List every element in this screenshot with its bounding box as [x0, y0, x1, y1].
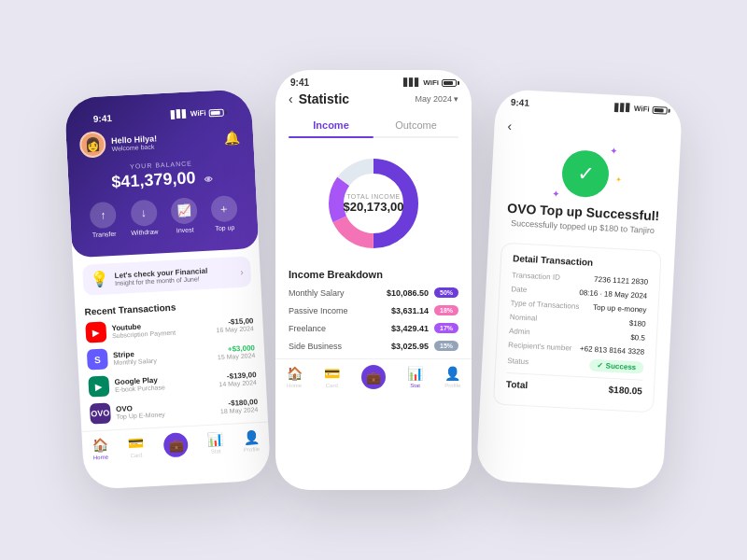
home-icon: 🏠: [92, 438, 108, 454]
chevron-down-icon: ▾: [454, 94, 458, 104]
googleplay-icon: ▶: [88, 375, 109, 397]
tx-info: Stripe Monthly Salary: [113, 346, 212, 367]
status-bar-left: 9:41 ▋▋▋ WiFi: [78, 99, 239, 129]
breakdown-title: Income Breakdown: [289, 269, 458, 280]
time-center: 9:41: [290, 77, 309, 88]
list-item: Passive Income $3,631.14 18%: [289, 305, 458, 315]
list-item: Side Business $3,025.95 15%: [289, 341, 458, 351]
profile-icon: 👤: [243, 429, 260, 445]
tx-info: Youtube Subscription Payment: [111, 319, 210, 340]
transfer-button[interactable]: ↑ Transfer: [90, 202, 118, 238]
nav-profile[interactable]: 👤 Profile: [243, 429, 260, 453]
sparkle-icon-2: ✦: [551, 189, 559, 199]
detail-row: Type of Transactions Top up e-money: [510, 299, 646, 315]
time-right: 9:41: [511, 97, 530, 108]
stat-icon: 📊: [207, 431, 224, 447]
topup-button[interactable]: ＋ Top up: [210, 195, 238, 231]
detail-title: Detail Transaction: [513, 253, 649, 271]
avatar: 👩: [79, 131, 106, 158]
center-phone: 9:41 ▋▋▋ WiFi ‹ Statistic May 2024 ▾ Inc…: [275, 70, 472, 490]
detail-row: Recipient's number +62 813 8164 3328: [508, 341, 644, 357]
left-header: 9:41 ▋▋▋ WiFi 👩 Hello Hilya! Welco: [64, 89, 260, 258]
detail-row: Admin $0.5: [509, 327, 645, 343]
total-row: Total $180.05: [506, 379, 642, 397]
bell-icon[interactable]: 🔔: [224, 130, 241, 146]
status-bar-center: 9:41 ▋▋▋ WiFi: [275, 70, 472, 91]
nav-stat[interactable]: 📊 Stat: [207, 431, 224, 455]
wallet-icon: 💼: [366, 371, 381, 385]
table-row: ▶ Google Play E-book Purchase -$139,00 1…: [88, 368, 257, 397]
sparkle-icon-3: ✦: [614, 175, 621, 184]
balance-section: YOUR BALANCE $41,379,00 👁: [80, 158, 242, 194]
nav-home[interactable]: 🏠 Home: [92, 438, 108, 461]
detail-row: Nominal $180: [510, 313, 646, 329]
time-left: 9:41: [93, 113, 113, 124]
home-icon: 🏠: [287, 366, 303, 381]
tab-income[interactable]: Income: [289, 114, 374, 136]
donut-center: TOTAL INCOME $20,173,00: [343, 193, 403, 214]
tx-info: Google Play E-book Purchase: [114, 373, 213, 394]
status-icons-left: ▋▋▋ WiFi: [171, 108, 224, 119]
detail-row: Status ✓ Success: [507, 355, 643, 374]
user-info: 👩 Hello Hilya! Welcome back: [79, 128, 158, 158]
stat-header: ‹ Statistic May 2024 ▾: [289, 91, 458, 106]
phones-container: 9:41 ▋▋▋ WiFi 👩 Hello Hilya! Welco: [0, 0, 747, 560]
card-icon: 💳: [324, 366, 340, 381]
stat-icon: 📊: [407, 366, 423, 381]
list-item: Freelance $3,429.41 17%: [289, 323, 458, 333]
recent-title: Recent Transactions: [84, 298, 252, 316]
invest-button[interactable]: 📈 Invest: [170, 197, 198, 233]
table-row: S Stripe Monthly Salary +$3,000 15 May 2…: [87, 341, 256, 370]
nav-wallet[interactable]: 💼: [163, 432, 189, 457]
status-icons-right: ▋▋▋ WiFi: [614, 104, 668, 115]
insight-arrow-icon: ›: [240, 267, 244, 277]
insight-text: Let's check your Financial Insight for t…: [114, 265, 234, 287]
detail-card: Detail Transaction Transaction ID 7236 1…: [493, 243, 662, 413]
user-row: 👩 Hello Hilya! Welcome back 🔔: [79, 124, 241, 159]
nav-card[interactable]: 💳 Card: [127, 436, 144, 459]
action-buttons: ↑ Transfer ↓ Withdraw 📈 Invest ＋ Top up: [83, 195, 246, 239]
ovo-icon: OVO: [90, 402, 111, 424]
wallet-icon: 💼: [168, 438, 184, 453]
bottom-nav-left: 🏠 Home 💳 Card 💼 📊 Stat 👤 Profile: [81, 422, 270, 469]
tx-info: OVO Top Up E-Money: [116, 400, 215, 421]
insight-icon: 💡: [90, 270, 109, 288]
withdraw-button[interactable]: ↓ Withdraw: [130, 199, 159, 235]
tabs: Income Outcome: [289, 114, 458, 138]
nav-home-c[interactable]: 🏠 Home: [287, 366, 303, 388]
bottom-nav-center: 🏠 Home 💳 Card 💼 📊 Stat 👤 Profile: [275, 358, 472, 397]
nav-stat-c[interactable]: 📊 Stat: [407, 366, 423, 388]
left-phone: 9:41 ▋▋▋ WiFi 👩 Hello Hilya! Welco: [64, 89, 272, 490]
insight-banner[interactable]: 💡 Let's check your Financial Insight for…: [82, 256, 251, 295]
nav-card-c[interactable]: 💳 Card: [324, 366, 340, 388]
month-selector[interactable]: May 2024 ▾: [415, 94, 458, 104]
eye-icon[interactable]: 👁: [204, 175, 213, 184]
status-icons-center: ▋▋▋ WiFi: [403, 78, 457, 87]
detail-row: Date 08:16 · 18 May 2024: [511, 285, 647, 301]
profile-icon: 👤: [444, 366, 460, 381]
success-icon-container: ✓ ✦ ✦ ✦: [561, 149, 611, 199]
table-row: OVO OVO Top Up E-Money -$180,00 18 May 2…: [90, 395, 259, 424]
nav-wallet-c[interactable]: 💼: [361, 365, 386, 389]
recent-section: Recent Transactions ▶ Youtube Subscripti…: [75, 294, 268, 425]
youtube-icon: ▶: [85, 322, 106, 343]
success-body: ✓ ✦ ✦ ✦ OVO Top up Successful! Successfu…: [488, 136, 681, 251]
success-circle: ✓: [561, 149, 611, 199]
donut-chart: TOTAL INCOME $20,173,00: [289, 147, 458, 259]
center-content: ‹ Statistic May 2024 ▾ Income Outcome: [275, 91, 472, 351]
right-phone: 9:41 ▋▋▋ WiFi ‹ ✓ ✦ ✦ ✦ OVO Top up Succe…: [476, 89, 684, 490]
nav-profile-c[interactable]: 👤 Profile: [444, 366, 460, 388]
detail-row: Transaction ID 7236 1121 2830: [512, 271, 648, 287]
stripe-icon: S: [87, 348, 108, 370]
table-row: ▶ Youtube Subscription Payment -$15,00 1…: [85, 314, 254, 343]
list-item: Monthly Salary $10,086.50 50%: [289, 287, 458, 298]
welcome-text: Welcome back: [111, 143, 157, 152]
back-button-right[interactable]: ‹: [507, 119, 513, 133]
card-icon: 💳: [127, 436, 144, 452]
status-badge: ✓ Success: [589, 359, 643, 374]
back-button[interactable]: ‹: [289, 91, 293, 106]
stat-title: Statistic: [299, 91, 410, 106]
user-text: Hello Hilya! Welcome back: [111, 133, 158, 152]
sparkle-icon-1: ✦: [610, 147, 618, 157]
tab-outcome[interactable]: Outcome: [374, 114, 458, 136]
